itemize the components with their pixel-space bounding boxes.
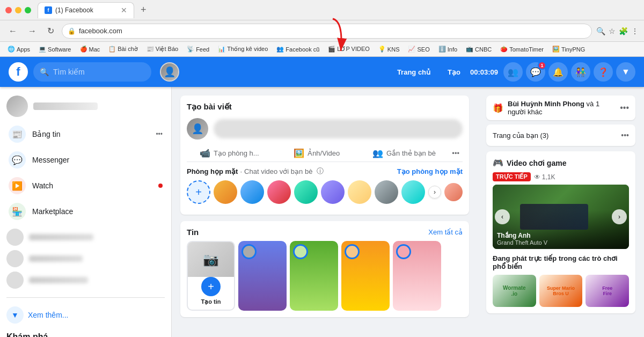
menu-btn[interactable]: ⋮: [631, 27, 639, 35]
bookmark-seo[interactable]: 📈 SEO: [405, 45, 433, 54]
mini-game-1[interactable]: Wormate.io: [493, 275, 536, 307]
bantin-icon: 📰: [9, 126, 26, 143]
help-icon-btn[interactable]: ❓: [594, 62, 613, 82]
story-card-1[interactable]: [238, 241, 287, 311]
people-icon-btn[interactable]: 👫: [571, 62, 590, 82]
notify-more-btn[interactable]: •••: [620, 103, 629, 113]
active-tab[interactable]: f (1) Facebook ✕: [38, 2, 134, 18]
room-avatar-6[interactable]: [348, 180, 371, 204]
room-avatar-4[interactable]: [294, 180, 318, 204]
more-icon-btn[interactable]: ▼: [616, 62, 635, 82]
shortcut-item-2[interactable]: [6, 250, 165, 267]
game-nav-right-btn[interactable]: ›: [612, 209, 627, 224]
close-window-btn[interactable]: [5, 7, 12, 13]
tab-close-btn[interactable]: ✕: [121, 6, 127, 14]
pages-label: Trang của bạn (3): [493, 131, 548, 140]
see-more-btn[interactable]: ▼ Xem thêm...: [0, 302, 171, 328]
bookmark-tinypng[interactable]: 🖼️ TinyPNG: [549, 45, 588, 54]
create-room-btn[interactable]: 📹 Tạo phòng h...: [187, 145, 272, 162]
room-avatar-9[interactable]: [444, 183, 463, 201]
mini-game-3[interactable]: FreeFire: [586, 275, 629, 307]
search-icon: 🔍: [40, 68, 49, 76]
room-avatar-1[interactable]: [214, 180, 237, 204]
sidebar-item-messenger[interactable]: 💬 Messenger: [2, 147, 169, 173]
sidebar-item-watch[interactable]: ▶️ Watch: [2, 173, 169, 199]
bookmark-mac[interactable]: 🍎 Mac: [77, 45, 104, 54]
shortcut-avatar-1: [6, 229, 24, 246]
bookmark-vietbao[interactable]: 📰 Việt Báo: [143, 45, 181, 54]
tin-see-all[interactable]: Xem tất cả: [428, 228, 463, 236]
bookmark-tomato[interactable]: 🍅 TomatoTimer: [497, 45, 547, 54]
shortcut-item-3[interactable]: [6, 272, 165, 289]
game-video-info: Thắng Anh Grand Theft Auto V: [497, 232, 547, 246]
seo-icon: 📈: [408, 46, 415, 53]
pages-more-btn[interactable]: •••: [621, 131, 629, 140]
game-video-thumb[interactable]: ‹ › Thắng Anh Grand Theft Auto V: [493, 185, 629, 249]
room-avatar-8[interactable]: [401, 180, 425, 204]
rooms-info-icon[interactable]: ⓘ: [317, 166, 324, 176]
bookmark-lopvideo[interactable]: 🎬 LỚP VIDEO: [325, 45, 373, 54]
shortcut-label-2: [29, 255, 83, 262]
refresh-btn[interactable]: ↻: [44, 24, 57, 38]
rooms-create-btn[interactable]: Tạo phòng họp mặt: [397, 167, 463, 175]
bookmark-cnbc[interactable]: 📺 CNBC: [463, 45, 495, 54]
sidebar-divider: [6, 297, 165, 298]
nav-tao[interactable]: Tạo: [440, 64, 468, 80]
bookmark-label: Software: [48, 46, 71, 53]
room-avatar-7[interactable]: [375, 180, 398, 204]
room-avatar-3[interactable]: [267, 180, 291, 204]
post-input-blurred[interactable]: [214, 119, 463, 138]
notify-emoji: 🎁: [493, 103, 503, 113]
bookmark-apps[interactable]: 🌐 Apps: [4, 45, 33, 54]
star-btn[interactable]: ☆: [609, 27, 616, 35]
messenger-icon-btn[interactable]: 💬 1: [526, 62, 545, 82]
story-card-3[interactable]: [341, 241, 390, 311]
streamer-name: Thắng Anh: [497, 232, 547, 239]
story-add-card[interactable]: 📷 + Tạo tin: [187, 241, 235, 311]
address-bar[interactable]: 🔒 facebook.com: [62, 24, 592, 39]
bookmark-baich[interactable]: 📋 Bài chờ: [105, 45, 141, 54]
bookmark-feed[interactable]: 📡 Feed: [184, 45, 213, 54]
back-btn[interactable]: ←: [5, 24, 20, 38]
maximize-window-btn[interactable]: [25, 7, 31, 13]
room-add-btn[interactable]: +: [187, 180, 210, 204]
create-room-label: Tạo phòng h...: [214, 149, 259, 157]
game-nav-left-btn[interactable]: ‹: [495, 209, 510, 224]
rooms-nav-btn[interactable]: ›: [428, 186, 441, 199]
bookmark-info[interactable]: ℹ️ Info: [435, 45, 460, 54]
forward-btn[interactable]: →: [25, 24, 40, 38]
watch-icon: ▶️: [9, 177, 26, 194]
bantin-more[interactable]: •••: [156, 130, 163, 138]
search-input[interactable]: [53, 68, 139, 76]
tag-friends-btn[interactable]: 👥 Gắn thẻ bạn bè: [362, 145, 447, 162]
extension-btn[interactable]: 🧩: [619, 27, 628, 35]
tin-title: Tin: [187, 228, 199, 237]
shortcut-item-1[interactable]: [6, 229, 165, 246]
sidebar-item-bantin[interactable]: 📰 Bảng tin •••: [2, 121, 169, 147]
rooms-section: Phòng họp mặt · Chat video với bạn bè ⓘ …: [187, 162, 463, 208]
more-actions-btn[interactable]: •••: [449, 145, 463, 162]
nav-trangchu[interactable]: Trang chủ: [390, 64, 438, 80]
new-tab-btn[interactable]: +: [136, 4, 151, 16]
game-section-card: 🎮 Video chơi game TRỰC TIẾP 👁 1,1K: [486, 151, 635, 313]
bookmark-label: Feed: [196, 46, 209, 53]
room-avatar-2[interactable]: [240, 180, 264, 204]
bookmark-fbcu[interactable]: 👥 Facebook cũ: [273, 45, 323, 54]
story-card-2[interactable]: [290, 241, 338, 311]
fb-search-bar[interactable]: 🔍: [33, 62, 151, 82]
user-avatar[interactable]: 👤: [160, 62, 179, 82]
photo-video-btn[interactable]: 🖼️ Ảnh/Video: [274, 145, 360, 162]
game-1-label: Wormate.io: [501, 283, 528, 299]
search-toolbar-btn[interactable]: 🔍: [596, 27, 605, 35]
bookmark-software[interactable]: 💻 Software: [35, 45, 74, 54]
url-display: facebook.com: [79, 27, 122, 35]
bookmark-kns[interactable]: 💡 KNS: [375, 45, 403, 54]
sidebar-item-marketplace[interactable]: 🏪 Marketplace: [2, 199, 169, 224]
bookmark-thongke[interactable]: 📊 Thống kê video: [215, 45, 271, 54]
friends-icon-btn[interactable]: 👥: [503, 62, 523, 82]
story-card-4[interactable]: [393, 241, 441, 311]
mini-game-2[interactable]: Super MarioBros U: [539, 275, 583, 307]
minimize-window-btn[interactable]: [15, 7, 21, 13]
notifications-icon-btn[interactable]: 🔔: [548, 62, 568, 82]
room-avatar-5[interactable]: [321, 180, 345, 204]
